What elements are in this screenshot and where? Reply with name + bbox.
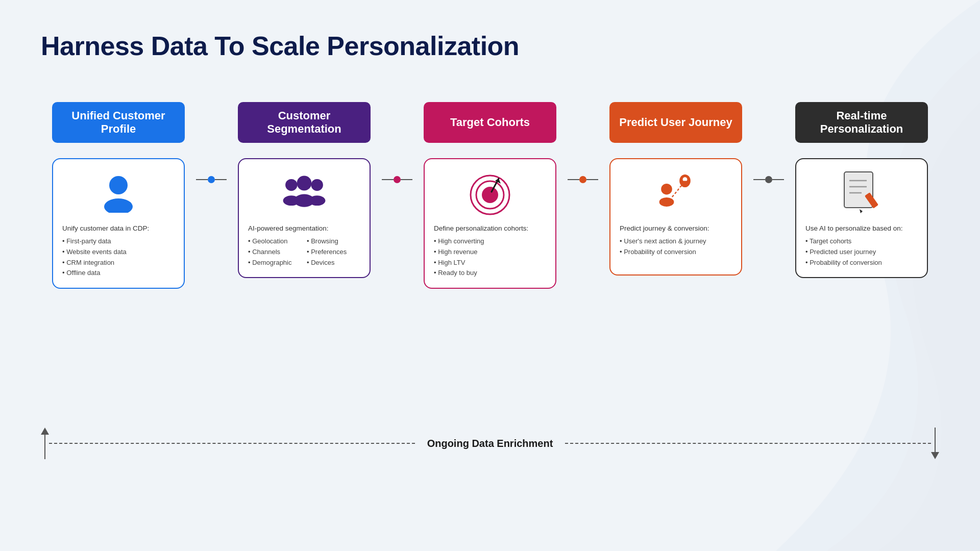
dashed-line-left	[49, 443, 415, 444]
card-unified-customer-profile: Unify customer data in CDP: First-party …	[52, 158, 185, 289]
document-edit-icon	[839, 169, 885, 215]
svg-point-4	[311, 179, 323, 191]
card-text-segmentation: AI-powered segmentation: Geolocation Cha…	[248, 223, 360, 268]
header-target-cohorts: Target Cohorts	[424, 102, 556, 143]
card-predict-user-journey: Predict journey & conversion: User's nex…	[609, 158, 742, 276]
arrow-up	[41, 428, 49, 459]
svg-point-2	[285, 179, 297, 191]
card-text-cohorts: Define personalization cohorts: High con…	[434, 223, 546, 279]
page-title: Harness Data To Scale Personalization	[41, 31, 939, 61]
column-predict-user-journey: Predict User Journey	[598, 102, 753, 276]
header-predict-user-journey: Predict User Journey	[609, 102, 742, 143]
enrichment-label: Ongoing Data Enrichment	[415, 438, 566, 449]
header-unified-customer-profile: Unified Customer Profile	[52, 102, 185, 143]
group-icon	[281, 169, 327, 215]
card-customer-segmentation: AI-powered segmentation: Geolocation Cha…	[238, 158, 371, 278]
svg-point-17	[659, 197, 674, 207]
svg-point-7	[294, 194, 314, 207]
enrichment-row: Ongoing Data Enrichment	[41, 428, 939, 459]
card-text-unified: Unify customer data in CDP: First-party …	[62, 223, 175, 279]
arrow-down-right	[931, 428, 939, 459]
connector-4	[753, 176, 784, 183]
flow-container: Unified Customer Profile Unify customer …	[41, 102, 939, 289]
header-realtime-personalization: Real-time Personalization	[795, 102, 928, 143]
dashed-line-right	[565, 443, 931, 444]
card-realtime-personalization: Use AI to personalize based on: Target c…	[795, 158, 928, 278]
card-text-personalization: Use AI to personalize based on: Target c…	[805, 223, 918, 268]
person-icon	[95, 169, 141, 215]
svg-rect-18	[844, 172, 873, 208]
header-customer-segmentation: Customer Segmentation	[238, 102, 371, 143]
column-realtime-personalization: Real-time Personalization	[784, 102, 939, 278]
journey-icon	[653, 169, 699, 215]
column-target-cohorts: Target Cohorts Define personalizatio	[412, 102, 568, 289]
svg-marker-23	[860, 209, 863, 213]
svg-point-1	[104, 198, 133, 213]
connector-3	[568, 176, 598, 183]
column-unified-customer-profile: Unified Customer Profile Unify customer …	[41, 102, 196, 289]
connector-2	[382, 176, 412, 183]
svg-point-0	[109, 176, 128, 194]
svg-point-6	[297, 176, 312, 191]
card-text-journey: Predict journey & conversion: User's nex…	[620, 223, 732, 258]
svg-point-10	[482, 187, 498, 203]
target-icon	[467, 169, 513, 215]
column-customer-segmentation: Customer Segmentation	[227, 102, 382, 278]
connector-1	[196, 176, 227, 183]
card-target-cohorts: Define personalization cohorts: High con…	[424, 158, 556, 289]
svg-point-16	[661, 184, 672, 195]
